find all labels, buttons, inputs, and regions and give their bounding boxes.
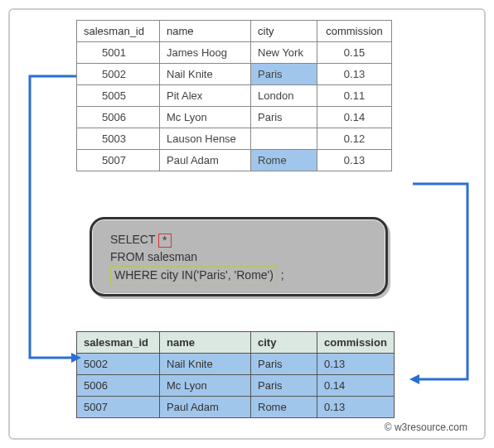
cell-commission: 0.13 xyxy=(317,397,395,418)
table-header-row: salesman_id name city commission xyxy=(77,332,395,354)
table-header-row: salesman_id name city commission xyxy=(77,21,392,42)
cell-commission: 0.15 xyxy=(317,42,392,64)
col-name: name xyxy=(160,21,251,42)
cell-commission: 0.14 xyxy=(317,375,395,397)
table-row: 5001James HoogNew York0.15 xyxy=(77,42,392,64)
result-table: salesman_id name city commission 5002Nai… xyxy=(76,331,395,418)
query-line-where: WHERE city IN('Paris', 'Rome') ; xyxy=(110,266,367,286)
query-line-from: FROM salesman xyxy=(110,248,367,266)
cell-city: Rome xyxy=(251,397,317,418)
cell-city: New York xyxy=(251,42,317,64)
cell-commission: 0.14 xyxy=(317,107,392,128)
cell-commission: 0.13 xyxy=(317,64,392,85)
cell-id: 5007 xyxy=(77,150,160,171)
cell-commission: 0.12 xyxy=(317,128,392,150)
table-row: 5006Mc LyonParis0.14 xyxy=(77,375,395,397)
cell-city: Paris xyxy=(251,64,317,85)
credit-label: © w3resource.com xyxy=(385,422,467,433)
col-salesman-id: salesman_id xyxy=(77,21,160,42)
table-row: 5007Paul AdamRome0.13 xyxy=(77,150,392,171)
cell-commission: 0.11 xyxy=(317,85,392,107)
col-name: name xyxy=(160,332,251,354)
sql-query-box: SELECT * FROM salesman WHERE city IN('Pa… xyxy=(90,217,388,296)
cell-name: Lauson Hense xyxy=(160,128,251,150)
select-keyword: SELECT xyxy=(110,233,155,246)
source-table: salesman_id name city commission 5001Jam… xyxy=(76,20,392,171)
cell-id: 5006 xyxy=(77,375,160,397)
cell-name: Pit Alex xyxy=(160,85,251,107)
cell-id: 5007 xyxy=(77,397,160,418)
where-clause-box: WHERE city IN('Paris', 'Rome') xyxy=(110,266,278,286)
diagram-frame: salesman_id name city commission 5001Jam… xyxy=(8,8,486,440)
col-salesman-id: salesman_id xyxy=(77,332,160,354)
col-city: city xyxy=(251,21,317,42)
table-row: 5005Pit AlexLondon0.11 xyxy=(77,85,392,107)
table-row: 5003Lauson Hense0.12 xyxy=(77,128,392,150)
cell-city: Paris xyxy=(251,354,317,375)
table-row: 5007Paul AdamRome0.13 xyxy=(77,397,395,418)
cell-city: Paris xyxy=(251,107,317,128)
cell-name: Paul Adam xyxy=(160,150,251,171)
cell-name: Nail Knite xyxy=(160,64,251,85)
cell-id: 5002 xyxy=(77,354,160,375)
query-terminator: ; xyxy=(281,268,284,282)
cell-name: James Hoog xyxy=(160,42,251,64)
col-commission: commission xyxy=(317,21,392,42)
cell-id: 5001 xyxy=(77,42,160,64)
cell-city xyxy=(251,128,317,150)
cell-commission: 0.13 xyxy=(317,354,395,375)
cell-id: 5005 xyxy=(77,85,160,107)
col-city: city xyxy=(251,332,317,354)
cell-name: Nail Knite xyxy=(160,354,251,375)
cell-commission: 0.13 xyxy=(317,150,392,171)
cell-name: Mc Lyon xyxy=(160,107,251,128)
cell-city: London xyxy=(251,85,317,107)
table-row: 5002Nail KniteParis0.13 xyxy=(77,64,392,85)
select-star-box: * xyxy=(158,234,171,248)
query-line-select: SELECT * xyxy=(110,231,367,248)
cell-id: 5006 xyxy=(77,107,160,128)
svg-marker-1 xyxy=(409,374,419,384)
cell-city: Rome xyxy=(251,150,317,171)
cell-name: Paul Adam xyxy=(160,397,251,418)
cell-id: 5002 xyxy=(77,64,160,85)
cell-name: Mc Lyon xyxy=(160,375,251,397)
col-commission: commission xyxy=(317,332,395,354)
table-row: 5002Nail KniteParis0.13 xyxy=(77,354,395,375)
cell-city: Paris xyxy=(251,375,317,397)
cell-id: 5003 xyxy=(77,128,160,150)
table-row: 5006Mc LyonParis0.14 xyxy=(77,107,392,128)
